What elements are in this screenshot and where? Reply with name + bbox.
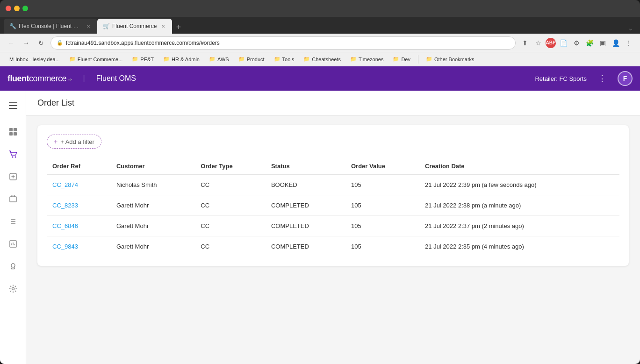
folder-icon: 📁 bbox=[163, 56, 170, 62]
sidebar-item-dashboard[interactable] bbox=[4, 122, 22, 141]
user-avatar[interactable]: F bbox=[618, 71, 633, 86]
bookmark-dev[interactable]: 📁 Dev bbox=[389, 55, 414, 63]
reader-icon[interactable]: 📄 bbox=[558, 37, 569, 49]
header-more-button[interactable]: ⋮ bbox=[598, 73, 606, 84]
minimize-button[interactable] bbox=[14, 6, 20, 11]
bookmark-cheatsheets[interactable]: 📁 Cheatsheets bbox=[300, 55, 345, 63]
bookmark-peat[interactable]: 📁 PE&T bbox=[128, 55, 158, 63]
table-row: CC_8233 Garett Mohr CC COMPLETED 105 21 … bbox=[47, 195, 619, 216]
devtools-icon[interactable]: ⚙ bbox=[571, 37, 582, 49]
close-button[interactable] bbox=[6, 6, 11, 11]
folder-icon: 📁 bbox=[274, 56, 280, 62]
tabs-bar: 🔧 Flex Console | Fluent Commerce ✕ 🛒 Flu… bbox=[0, 17, 640, 34]
bookmark-label: Timezones bbox=[359, 57, 383, 62]
svg-point-8 bbox=[14, 157, 16, 158]
bookmark-icon[interactable]: ☆ bbox=[532, 37, 544, 49]
svg-point-7 bbox=[12, 157, 13, 158]
bookmark-timezones[interactable]: 📁 Timezones bbox=[346, 55, 387, 63]
svg-point-18 bbox=[11, 264, 15, 267]
folder-icon: 📁 bbox=[426, 56, 432, 62]
sidebar-item-orders[interactable] bbox=[4, 145, 22, 164]
bookmark-label: AWS bbox=[217, 57, 229, 62]
cell-order-type-0: CC bbox=[195, 175, 266, 195]
adblock-icon[interactable]: ABP bbox=[546, 38, 556, 48]
orders-card: + + Add a filter Order Ref Customer Orde… bbox=[37, 125, 629, 266]
bookmark-label: HR & Admin bbox=[172, 57, 200, 62]
bookmark-separator bbox=[418, 55, 418, 64]
cell-order-value-0: 105 bbox=[345, 175, 419, 195]
reload-button[interactable]: ↻ bbox=[36, 37, 47, 49]
cell-creation-date-3: 21 Jul 2022 2:35 pm (4 minutes ago) bbox=[419, 236, 619, 257]
cell-order-value-3: 105 bbox=[345, 236, 419, 257]
lock-icon: 🔒 bbox=[57, 40, 63, 46]
tab-flex-console[interactable]: 🔧 Flex Console | Fluent Commerce ✕ bbox=[4, 19, 97, 34]
tab-close-2[interactable]: ✕ bbox=[160, 23, 166, 29]
order-link-0[interactable]: CC_2874 bbox=[52, 181, 78, 188]
col-status: Status bbox=[266, 158, 345, 175]
user-initial: F bbox=[623, 75, 627, 82]
maximize-button[interactable] bbox=[22, 6, 28, 11]
bookmark-gmail[interactable]: M Inbox - lesley.dea... bbox=[6, 56, 64, 63]
page-title: Order List bbox=[37, 98, 74, 107]
sidebar-menu-toggle[interactable] bbox=[4, 96, 22, 115]
back-button[interactable]: ← bbox=[6, 37, 17, 49]
col-order-value: Order Value bbox=[345, 158, 419, 175]
folder-icon: 📁 bbox=[132, 56, 138, 62]
profile-icon[interactable]: 👤 bbox=[610, 37, 621, 49]
new-tab-button[interactable]: + bbox=[172, 21, 185, 34]
toolbar-icons: ⬆ ☆ ABP 📄 ⚙ 🧩 ▣ 👤 ⋮ bbox=[519, 37, 634, 49]
bookmark-other[interactable]: 📁 Other Bookmarks bbox=[422, 55, 478, 63]
sidebar-item-inventory[interactable] bbox=[4, 190, 22, 208]
folder-icon: 📁 bbox=[393, 56, 399, 62]
tabs-menu-icon[interactable]: ⌄ bbox=[625, 22, 636, 34]
app-logo: fluentcommerce⇒ bbox=[7, 74, 72, 84]
bookmark-tools[interactable]: 📁 Tools bbox=[270, 55, 298, 63]
share-icon[interactable]: ⬆ bbox=[519, 37, 531, 49]
bookmark-label: Dev bbox=[401, 57, 410, 62]
address-input[interactable]: 🔒 fctrainau491.sandbox.apps.fluentcommer… bbox=[50, 36, 516, 50]
more-icon[interactable]: ⋮ bbox=[623, 37, 634, 49]
cell-order-value-2: 105 bbox=[345, 216, 419, 236]
cell-order-ref-2: CC_6846 bbox=[47, 216, 111, 236]
folder-icon: 📁 bbox=[303, 56, 310, 62]
order-link-3[interactable]: CC_9843 bbox=[52, 243, 78, 250]
bookmark-fluent[interactable]: 📁 Fluent Commerce... bbox=[65, 55, 127, 63]
forward-button[interactable]: → bbox=[21, 37, 32, 49]
bookmark-aws[interactable]: 📁 AWS bbox=[205, 55, 233, 63]
app-title: Fluent OMS bbox=[96, 74, 136, 83]
puzzle-icon[interactable]: 🧩 bbox=[584, 37, 595, 49]
divider: | bbox=[83, 74, 85, 83]
add-filter-button[interactable]: + + Add a filter bbox=[47, 135, 101, 149]
sidebar-item-products[interactable] bbox=[4, 167, 22, 186]
order-link-1[interactable]: CC_8233 bbox=[52, 202, 78, 209]
cell-status-0: BOOKED bbox=[266, 175, 345, 195]
content-area: Order List + + Add a filter Order Ref bbox=[26, 91, 640, 364]
bookmark-hr[interactable]: 📁 HR & Admin bbox=[159, 55, 203, 63]
tab-icon-2: 🛒 bbox=[103, 23, 109, 29]
table-header-row: Order Ref Customer Order Type Status Ord… bbox=[47, 158, 619, 175]
table-row: CC_9843 Garett Mohr CC COMPLETED 105 21 … bbox=[47, 236, 619, 257]
sidebar-item-lists[interactable] bbox=[4, 212, 22, 231]
bookmark-product[interactable]: 📁 Product bbox=[235, 55, 268, 63]
orders-table: Order Ref Customer Order Type Status Ord… bbox=[47, 158, 619, 257]
cell-order-value-1: 105 bbox=[345, 195, 419, 216]
tab-title-2: Fluent Commerce bbox=[112, 23, 157, 29]
traffic-lights bbox=[6, 6, 28, 11]
cell-status-1: COMPLETED bbox=[266, 195, 345, 216]
svg-rect-6 bbox=[14, 132, 17, 136]
svg-rect-10 bbox=[10, 197, 16, 202]
sidebar-item-settings[interactable] bbox=[4, 279, 22, 298]
cell-order-ref-3: CC_9843 bbox=[47, 236, 111, 257]
order-link-2[interactable]: CC_6846 bbox=[52, 222, 78, 229]
cell-customer-0: Nicholas Smith bbox=[111, 175, 195, 195]
tab-fluent-commerce[interactable]: 🛒 Fluent Commerce ✕ bbox=[97, 19, 172, 34]
svg-rect-3 bbox=[9, 128, 13, 131]
app-header: fluentcommerce⇒ | Fluent OMS Retailer: F… bbox=[0, 66, 640, 91]
tab-close-1[interactable]: ✕ bbox=[85, 23, 92, 29]
bookmark-label: Fluent Commerce... bbox=[78, 57, 123, 62]
folder-icon: 📁 bbox=[209, 56, 216, 62]
cell-order-type-2: CC bbox=[195, 216, 266, 236]
sidebar-item-reports[interactable] bbox=[4, 235, 22, 253]
sidebar-toggle-icon[interactable]: ▣ bbox=[597, 37, 608, 49]
sidebar-item-insights[interactable] bbox=[4, 257, 22, 276]
